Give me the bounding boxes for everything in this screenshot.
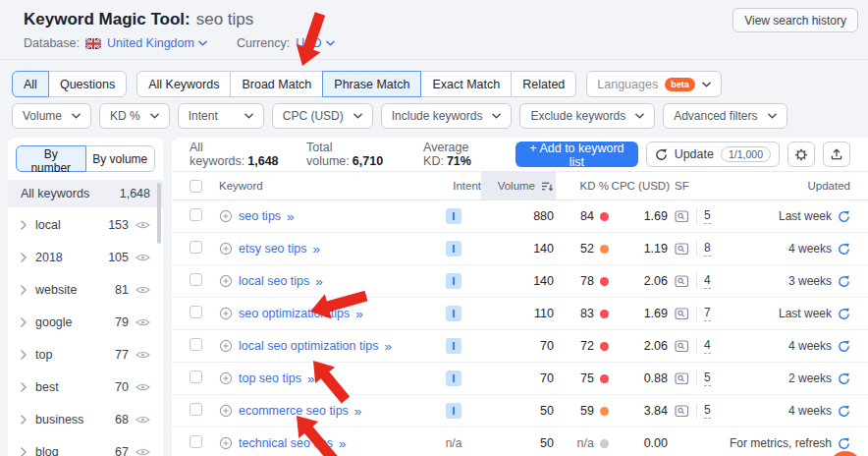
sf-value[interactable]: 4 <box>704 338 711 354</box>
add-to-keyword-list-button[interactable]: + Add to keyword list <box>515 142 637 167</box>
open-keyword-icon[interactable]: » <box>312 242 320 256</box>
refresh-icon[interactable] <box>838 243 850 256</box>
col-keyword[interactable]: Keyword <box>219 172 426 200</box>
eye-icon[interactable] <box>136 447 150 456</box>
col-volume[interactable]: Volume <box>481 172 556 200</box>
open-keyword-icon[interactable]: » <box>287 209 295 224</box>
filter-include-keywords[interactable]: Include keywords <box>381 103 513 129</box>
keyword-group-business[interactable]: business 68 <box>8 403 163 435</box>
sf-value[interactable]: 5 <box>704 208 711 224</box>
refresh-icon[interactable] <box>838 437 850 450</box>
keyword-link[interactable]: seo tips <box>239 209 281 223</box>
keyword-link[interactable]: seo optimization tips <box>239 307 350 320</box>
filter-advanced-filters[interactable]: Advanced filters <box>663 103 787 129</box>
row-checkbox[interactable] <box>190 241 202 254</box>
all-keywords-row[interactable]: All keywords 1,648 <box>8 180 163 207</box>
col-updated[interactable]: Updated <box>725 172 850 200</box>
select-all-checkbox[interactable] <box>190 180 202 193</box>
by-volume-tab[interactable]: By volume <box>85 145 156 172</box>
serp-features-icon[interactable] <box>675 308 689 320</box>
sidebar-scrollbar[interactable] <box>157 183 161 244</box>
row-checkbox[interactable] <box>190 273 202 286</box>
keyword-group-website[interactable]: website 81 <box>8 273 163 306</box>
keyword-group-local[interactable]: local 153 <box>8 208 163 241</box>
serp-features-icon[interactable] <box>675 340 689 353</box>
sf-value[interactable]: 5 <box>704 370 711 386</box>
refresh-icon[interactable] <box>838 405 850 418</box>
keyword-group-google[interactable]: google 79 <box>8 306 163 338</box>
eye-icon[interactable] <box>136 317 150 327</box>
col-kd[interactable]: KD % <box>556 172 609 200</box>
row-checkbox[interactable] <box>190 435 202 448</box>
eye-icon[interactable] <box>136 285 150 295</box>
export-button[interactable] <box>823 142 850 167</box>
add-keyword-icon[interactable] <box>219 307 233 320</box>
serp-features-icon[interactable] <box>675 275 689 288</box>
database-selector[interactable]: United Kingdom <box>107 36 207 50</box>
refresh-icon[interactable] <box>838 372 850 385</box>
refresh-icon[interactable] <box>838 210 850 223</box>
keyword-link[interactable]: ecommerce seo tips <box>239 404 349 418</box>
keyword-link[interactable]: local seo tips <box>239 274 309 288</box>
update-button[interactable]: Update 1/1,000 <box>646 142 780 167</box>
keyword-link[interactable]: top seo tips <box>239 371 301 385</box>
add-keyword-icon[interactable] <box>219 209 233 223</box>
add-keyword-icon[interactable] <box>219 436 233 450</box>
sf-value[interactable]: 8 <box>704 241 711 256</box>
add-keyword-icon[interactable] <box>219 404 233 418</box>
row-checkbox[interactable] <box>190 403 202 416</box>
row-checkbox[interactable] <box>190 370 202 383</box>
col-intent[interactable]: Intent <box>426 172 481 200</box>
keyword-link[interactable]: etsy seo tips <box>239 242 306 256</box>
row-checkbox[interactable] <box>190 208 202 221</box>
row-checkbox[interactable] <box>190 306 202 318</box>
filter-cpc-usd[interactable]: CPC (USD) <box>272 103 373 129</box>
languages-dropdown[interactable]: Languages beta <box>586 71 721 97</box>
col-cpc[interactable]: CPC (USD) <box>609 172 670 200</box>
eye-icon[interactable] <box>136 253 150 262</box>
tab-exact-match[interactable]: Exact Match <box>420 71 512 97</box>
tab-related[interactable]: Related <box>511 71 576 97</box>
sf-value[interactable]: 4 <box>704 273 711 289</box>
tab-questions[interactable]: Questions <box>48 71 127 97</box>
filter-exclude-keywords[interactable]: Exclude keywords <box>519 103 655 129</box>
by-number-tab[interactable]: By number <box>16 145 86 172</box>
row-checkbox[interactable] <box>190 338 202 351</box>
refresh-icon[interactable] <box>838 275 850 288</box>
keyword-link[interactable]: local seo optimization tips <box>239 339 378 353</box>
sf-value[interactable]: 5 <box>704 403 711 419</box>
view-search-history-button[interactable]: View search history <box>732 8 858 32</box>
filter-volume[interactable]: Volume <box>12 103 91 129</box>
filter-intent[interactable]: Intent <box>178 103 264 129</box>
keyword-group-2018[interactable]: 2018 105 <box>8 241 163 273</box>
filter-kd[interactable]: KD % <box>99 103 170 129</box>
eye-icon[interactable] <box>136 415 150 425</box>
open-keyword-icon[interactable]: » <box>339 436 347 451</box>
settings-button[interactable] <box>787 142 815 167</box>
eye-icon[interactable] <box>136 382 150 392</box>
serp-features-icon[interactable] <box>675 210 689 223</box>
open-keyword-icon[interactable]: » <box>355 307 363 321</box>
currency-selector[interactable]: USD <box>296 36 334 50</box>
add-keyword-icon[interactable] <box>219 339 233 353</box>
add-keyword-icon[interactable] <box>219 371 233 385</box>
tab-phrase-match[interactable]: Phrase Match <box>322 71 421 97</box>
keyword-group-top[interactable]: top 77 <box>8 338 163 370</box>
open-keyword-icon[interactable]: » <box>315 274 323 289</box>
keyword-group-blog[interactable]: blog 67 <box>8 435 163 456</box>
tab-broad-match[interactable]: Broad Match <box>230 71 323 97</box>
keyword-group-best[interactable]: best 70 <box>8 370 163 403</box>
open-keyword-icon[interactable]: » <box>384 339 392 354</box>
tab-all[interactable]: All <box>12 71 49 97</box>
eye-icon[interactable] <box>136 350 150 360</box>
tab-all-keywords[interactable]: All Keywords <box>136 71 231 97</box>
refresh-icon[interactable] <box>838 340 850 353</box>
refresh-icon[interactable] <box>838 308 850 320</box>
sf-value[interactable]: 7 <box>704 306 711 321</box>
col-sf[interactable]: SF <box>670 172 725 200</box>
keyword-link[interactable]: technical seo tips <box>239 436 333 450</box>
add-keyword-icon[interactable] <box>219 242 233 256</box>
add-keyword-icon[interactable] <box>219 274 233 288</box>
open-keyword-icon[interactable]: » <box>307 371 315 386</box>
open-keyword-icon[interactable]: » <box>354 404 362 419</box>
